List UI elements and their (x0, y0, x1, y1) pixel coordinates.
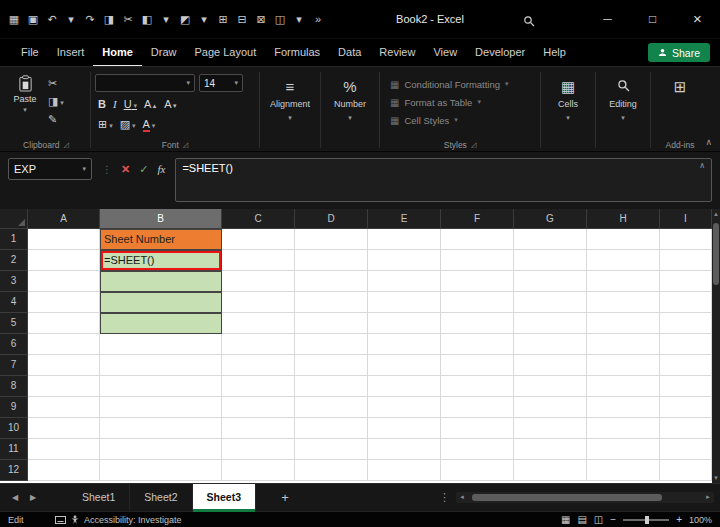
zoom-slider[interactable] (623, 519, 669, 521)
column-header-F[interactable]: F (441, 209, 514, 229)
maximize-button[interactable]: □ (630, 0, 675, 38)
cell-E10[interactable] (368, 418, 441, 439)
cell-E7[interactable] (368, 355, 441, 376)
search-icon[interactable] (523, 13, 535, 31)
cell-H9[interactable] (587, 397, 660, 418)
clipboard-dialog-launcher-icon[interactable]: ◿ (64, 141, 69, 149)
row-header-2[interactable]: 2 (0, 250, 28, 271)
cell-I10[interactable] (660, 418, 712, 439)
sheet-tab-sheet2[interactable]: Sheet2 (130, 484, 192, 512)
menu-tab-formulas[interactable]: Formulas (265, 39, 329, 67)
next-sheet-icon[interactable]: ▶ (24, 493, 42, 502)
merge-cells-icon[interactable]: ⊟ (236, 13, 248, 26)
draw-table-icon[interactable]: ◫ (274, 13, 286, 26)
cell-H1[interactable] (587, 229, 660, 250)
cell-G7[interactable] (514, 355, 587, 376)
column-header-C[interactable]: C (222, 209, 295, 229)
cell-G2[interactable] (514, 250, 587, 271)
styles-item-format-as-table[interactable]: ▦Format as Table▾ (384, 93, 536, 111)
menu-tab-review[interactable]: Review (370, 39, 424, 67)
cell-D11[interactable] (295, 439, 368, 460)
cell-G9[interactable] (514, 397, 587, 418)
share-button[interactable]: Share (648, 43, 710, 62)
increase-font-size-button[interactable]: A▲ (144, 98, 157, 110)
scroll-right-icon[interactable]: ► (702, 492, 714, 503)
cell-G1[interactable] (514, 229, 587, 250)
cell-D7[interactable] (295, 355, 368, 376)
cell-I12[interactable] (660, 460, 712, 481)
row-header-7[interactable]: 7 (0, 355, 28, 376)
menu-tab-insert[interactable]: Insert (48, 39, 94, 67)
cell-H4[interactable] (587, 292, 660, 313)
cut-icon[interactable]: ✂ (122, 13, 134, 26)
redo-icon[interactable]: ↷ (84, 13, 96, 26)
cell-G12[interactable] (514, 460, 587, 481)
cell-A11[interactable] (28, 439, 100, 460)
cell-E1[interactable] (368, 229, 441, 250)
column-header-B[interactable]: B (100, 209, 222, 229)
row-header-9[interactable]: 9 (0, 397, 28, 418)
editing-group-button[interactable]: Editing ▾ (600, 71, 646, 151)
alignment-group-button[interactable]: ≡ Alignment ▾ (264, 71, 316, 151)
zoom-in-button[interactable]: + (676, 514, 682, 525)
save-icon[interactable]: ▣ (27, 13, 39, 26)
cell-A5[interactable] (28, 313, 100, 334)
menu-tab-file[interactable]: File (12, 39, 48, 67)
cell-A3[interactable] (28, 271, 100, 292)
column-header-D[interactable]: D (295, 209, 368, 229)
column-header-H[interactable]: H (587, 209, 660, 229)
cell-H7[interactable] (587, 355, 660, 376)
horizontal-scrollbar-thumb[interactable] (472, 494, 662, 501)
menu-tab-page-layout[interactable]: Page Layout (185, 39, 265, 67)
cell-I11[interactable] (660, 439, 712, 460)
cell-D12[interactable] (295, 460, 368, 481)
cell-H10[interactable] (587, 418, 660, 439)
cell-G4[interactable] (514, 292, 587, 313)
menu-tab-home[interactable]: Home (93, 39, 142, 67)
styles-dialog-launcher-icon[interactable]: ◿ (471, 141, 476, 149)
enter-button[interactable]: ✓ (139, 163, 148, 176)
styles-item-conditional-formatting[interactable]: ▦Conditional Formatting▾ (384, 75, 536, 93)
cell-G10[interactable] (514, 418, 587, 439)
vertical-scrollbar-thumb[interactable] (713, 223, 719, 285)
accessibility-checker[interactable]: Accessibility: Investigate (55, 515, 182, 525)
row-header-6[interactable]: 6 (0, 334, 28, 355)
cell-I8[interactable] (660, 376, 712, 397)
paste-button[interactable]: Paste ▾ (6, 71, 44, 151)
cell-H6[interactable] (587, 334, 660, 355)
cell-B8[interactable] (100, 376, 222, 397)
cell-C5[interactable] (222, 313, 295, 334)
fill-color-icon[interactable]: ◩ (179, 13, 191, 26)
row-header-3[interactable]: 3 (0, 271, 28, 292)
menu-tab-help[interactable]: Help (534, 39, 575, 67)
cell-C9[interactable] (222, 397, 295, 418)
sheet-tab-sheet3[interactable]: Sheet3 (193, 484, 256, 512)
cell-G11[interactable] (514, 439, 587, 460)
cell-E2[interactable] (368, 250, 441, 271)
menu-tab-draw[interactable]: Draw (142, 39, 186, 67)
cell-A10[interactable] (28, 418, 100, 439)
row-header-12[interactable]: 12 (0, 460, 28, 481)
insert-function-button[interactable]: fx (157, 163, 165, 175)
cell-C7[interactable] (222, 355, 295, 376)
cell-D1[interactable] (295, 229, 368, 250)
camera-icon[interactable]: ⊠ (255, 13, 267, 26)
cell-A12[interactable] (28, 460, 100, 481)
cell-F12[interactable] (441, 460, 514, 481)
cell-E9[interactable] (368, 397, 441, 418)
cell-C12[interactable] (222, 460, 295, 481)
cell-D4[interactable] (295, 292, 368, 313)
cell-H5[interactable] (587, 313, 660, 334)
cell-B9[interactable] (100, 397, 222, 418)
cell-G3[interactable] (514, 271, 587, 292)
row-header-8[interactable]: 8 (0, 376, 28, 397)
cell-B7[interactable] (100, 355, 222, 376)
row-header-1[interactable]: 1 (0, 229, 28, 250)
cell-E6[interactable] (368, 334, 441, 355)
cell-A1[interactable] (28, 229, 100, 250)
cell-G6[interactable] (514, 334, 587, 355)
cell-C3[interactable] (222, 271, 295, 292)
cell-H3[interactable] (587, 271, 660, 292)
zoom-slider-thumb[interactable] (645, 516, 649, 524)
cell-E3[interactable] (368, 271, 441, 292)
